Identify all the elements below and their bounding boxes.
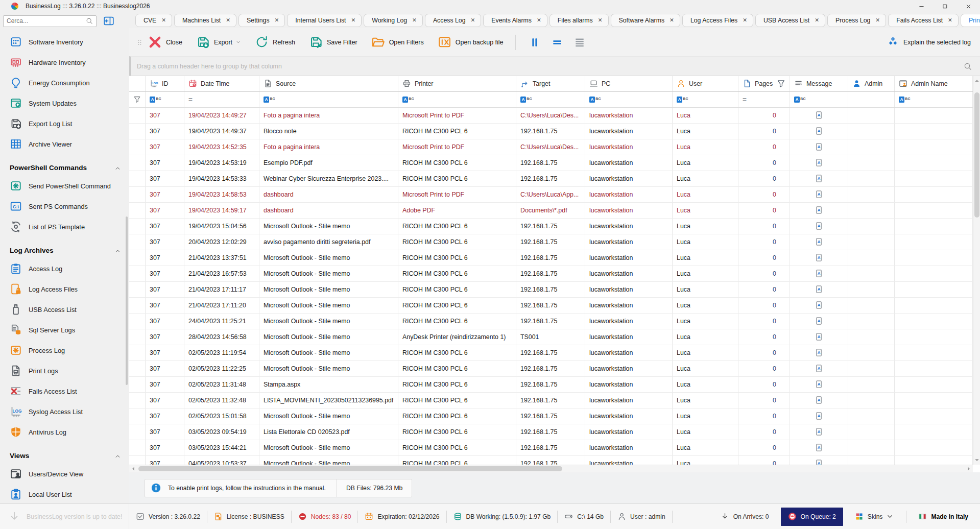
column-header-pages[interactable]: Pages bbox=[738, 76, 790, 91]
filter-cell-adminname[interactable]: ABC bbox=[895, 92, 973, 107]
cell-message[interactable]: A bbox=[790, 234, 848, 250]
export-button[interactable]: Export bbox=[196, 35, 241, 49]
status-user-admin[interactable]: User : admin bbox=[611, 512, 672, 521]
table-row[interactable]: 307 02/05/2023 15:01:58 Microsoft Outloo… bbox=[129, 408, 973, 424]
tab-close-icon[interactable]: ✕ bbox=[875, 17, 880, 23]
table-row[interactable]: 307 02/05/2023 11:19:54 Microsoft Outloo… bbox=[129, 345, 973, 361]
tab-close-icon[interactable]: ✕ bbox=[743, 17, 747, 23]
tab-working-log[interactable]: Working Log ✕ bbox=[364, 14, 423, 27]
cell-message[interactable]: A bbox=[790, 124, 848, 139]
table-row[interactable]: 307 19/04/2023 14:53:33 Webinar Cyber Si… bbox=[129, 171, 973, 187]
scroll-left-icon[interactable] bbox=[131, 466, 136, 471]
filter-cell-message[interactable]: ABC bbox=[790, 92, 848, 107]
filter-cell-indicator[interactable] bbox=[129, 92, 146, 107]
table-row[interactable]: 307 19/04/2023 14:52:35 Foto a pagina in… bbox=[129, 139, 973, 155]
refresh-button[interactable]: Refresh bbox=[255, 35, 295, 49]
column-header-user[interactable]: User bbox=[673, 76, 738, 91]
sidebar-item-list-of-ps-template[interactable]: List of PS Template bbox=[0, 217, 129, 237]
horizontal-lines-toggle[interactable] bbox=[547, 34, 567, 51]
cell-message[interactable]: A bbox=[790, 456, 848, 465]
scroll-up-icon[interactable] bbox=[974, 78, 979, 83]
table-row[interactable]: 307 19/04/2023 14:49:27 Foto a pagina in… bbox=[129, 108, 973, 124]
cell-message[interactable]: A bbox=[790, 139, 848, 155]
cell-message[interactable]: A bbox=[790, 219, 848, 234]
sidebar-item-syslog-access-list[interactable]: LOG Syslog Access List bbox=[0, 401, 129, 422]
doca-icon[interactable]: A bbox=[815, 189, 823, 199]
doca-icon[interactable]: A bbox=[815, 237, 823, 247]
collapse-sidebar-button[interactable] bbox=[102, 14, 116, 28]
sidebar-item-sql-server-logs[interactable]: Sql Server Logs bbox=[0, 320, 129, 340]
search-input[interactable] bbox=[7, 17, 86, 25]
column-header-datetime[interactable]: Date Time bbox=[184, 76, 259, 91]
tab-close-icon[interactable]: ✕ bbox=[670, 17, 674, 23]
text-filter-icon[interactable]: ABC bbox=[402, 97, 414, 103]
cell-message[interactable]: A bbox=[790, 440, 848, 455]
tab-close-icon[interactable]: ✕ bbox=[275, 17, 279, 23]
sidebar-item-usb-access-list[interactable]: USB Access List bbox=[0, 299, 129, 320]
chevron-up-icon[interactable] bbox=[114, 165, 121, 172]
sidebar-item-software-inventory[interactable]: Software Inventory bbox=[0, 32, 129, 52]
status-expiration-02-12-2026[interactable]: Expiration: 02/12/2026 bbox=[358, 512, 446, 521]
sidebar-item-sent-ps-commands[interactable]: C:\ Sent PS Commands bbox=[0, 196, 129, 217]
table-row[interactable]: 307 02/05/2023 11:22:25 Microsoft Outloo… bbox=[129, 361, 973, 377]
doca-icon[interactable]: A bbox=[815, 205, 823, 215]
filter-cell-printer[interactable]: ABC bbox=[398, 92, 516, 107]
filter-cell-pc[interactable]: ABC bbox=[585, 92, 673, 107]
scroll-right-icon[interactable] bbox=[966, 466, 971, 471]
sidebar-item-log-access-files[interactable]: Log Access Files bbox=[0, 279, 129, 299]
sidebar-item-archive-viewer[interactable]: Archive Viewer bbox=[0, 134, 129, 154]
cell-message[interactable]: A bbox=[790, 250, 848, 266]
doca-icon[interactable]: A bbox=[815, 348, 823, 357]
cell-message[interactable]: A bbox=[790, 393, 848, 408]
sidebar-item-antivirus-log[interactable]: Antivirus Log bbox=[0, 422, 129, 442]
status-on-queue-2[interactable]: On Queue: 2 bbox=[781, 508, 843, 526]
search-box[interactable] bbox=[3, 15, 97, 27]
doca-icon[interactable]: A bbox=[815, 174, 823, 183]
tab-close-icon[interactable]: ✕ bbox=[815, 17, 819, 23]
tab-fails-access-list[interactable]: Fails Access List ✕ bbox=[888, 14, 959, 27]
doca-icon[interactable]: A bbox=[815, 364, 823, 373]
vertical-scrollbar[interactable] bbox=[973, 76, 980, 465]
status-license-business[interactable]: License : BUSINESS bbox=[207, 512, 291, 521]
text-filter-icon[interactable]: ABC bbox=[794, 97, 806, 103]
column-header-adminname[interactable]: Admin Name bbox=[895, 76, 973, 91]
minimize-button[interactable] bbox=[910, 0, 933, 12]
tab-machines-list[interactable]: Machines List ✕ bbox=[174, 14, 236, 27]
cell-message[interactable]: A bbox=[790, 424, 848, 440]
column-header-printer[interactable]: Printer bbox=[398, 76, 516, 91]
chevron-up-icon[interactable] bbox=[114, 248, 121, 254]
column-header-source[interactable]: Source bbox=[259, 76, 398, 91]
sidebar-item-local-user-list[interactable]: Local User List bbox=[0, 484, 129, 503]
table-row[interactable]: 307 02/05/2023 11:32:48 LISTA_MOVIMENTI_… bbox=[129, 393, 973, 408]
tab-close-icon[interactable]: ✕ bbox=[470, 17, 475, 23]
doca-icon[interactable]: A bbox=[815, 316, 823, 326]
table-row[interactable]: 307 03/05/2023 09:54:19 Lista Elettorale… bbox=[129, 424, 973, 440]
filter-cell-user[interactable]: ABC bbox=[673, 92, 738, 107]
doca-icon[interactable]: A bbox=[815, 221, 823, 231]
tab-process-log[interactable]: Process Log ✕ bbox=[827, 14, 886, 27]
doca-icon[interactable]: A bbox=[815, 158, 823, 167]
equals-filter-icon[interactable]: = bbox=[188, 95, 193, 103]
doca-icon[interactable]: A bbox=[815, 411, 823, 421]
filter-cell-target[interactable]: ABC bbox=[516, 92, 585, 107]
tab-files-allarms[interactable]: Files allarms ✕ bbox=[549, 14, 609, 27]
doca-icon[interactable]: A bbox=[815, 443, 823, 452]
open-filters-button[interactable]: Open Filters bbox=[371, 35, 424, 49]
cell-message[interactable]: A bbox=[790, 155, 848, 171]
explain-selected-log-button[interactable]: Explain the selected log bbox=[887, 36, 980, 48]
sidebar-item-hardware-inventory[interactable]: Hardware Inventory bbox=[0, 52, 129, 73]
doca-icon[interactable]: A bbox=[815, 379, 823, 389]
status-c-14-gb[interactable]: C:\ 14 Gb bbox=[558, 512, 610, 521]
text-filter-icon[interactable]: ABC bbox=[677, 97, 688, 103]
filter-cell-admin[interactable] bbox=[848, 92, 895, 107]
sidebar-section-log-archives[interactable]: Log Archives bbox=[0, 237, 129, 258]
doca-icon[interactable]: A bbox=[815, 126, 823, 136]
sidebar-scrollbar[interactable] bbox=[126, 217, 128, 385]
tab-cve[interactable]: CVE ✕ bbox=[135, 14, 172, 27]
column-header-indicator[interactable] bbox=[129, 76, 146, 91]
tab-settings[interactable]: Settings ✕ bbox=[238, 14, 285, 27]
group-by-bar[interactable]: Drag a column header here to group by th… bbox=[129, 56, 980, 75]
tab-software-alarms[interactable]: Software Alarms ✕ bbox=[611, 14, 680, 27]
sidebar-item-process-log[interactable]: Process Log bbox=[0, 340, 129, 360]
table-row[interactable]: 307 20/04/2023 12:02:29 avviso pagamento… bbox=[129, 234, 973, 250]
